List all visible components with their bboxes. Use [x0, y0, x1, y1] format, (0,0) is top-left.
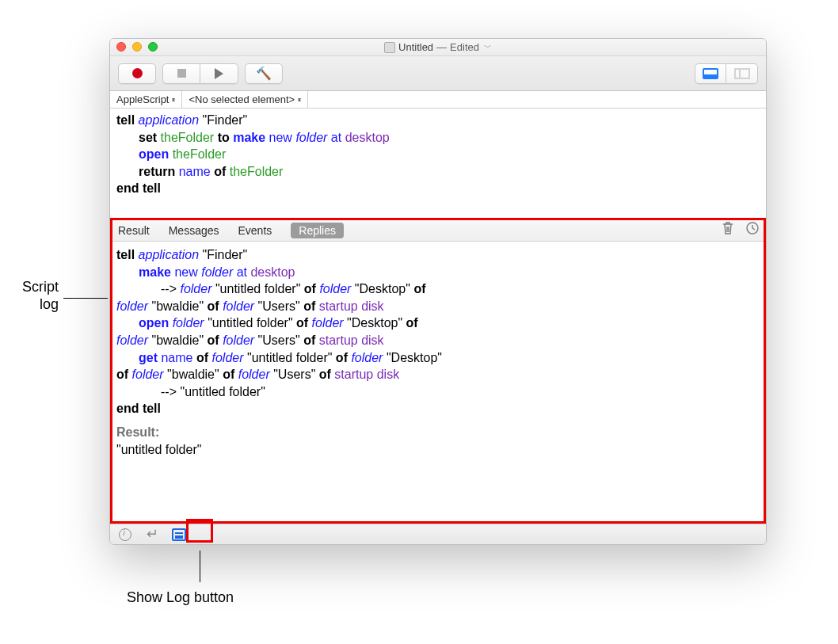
record-icon — [132, 68, 143, 78]
result-label: Result: — [116, 425, 159, 439]
compile-button[interactable]: 🔨 — [245, 63, 283, 84]
window-title-name: Untitled — [398, 41, 433, 53]
clock-icon — [745, 221, 760, 235]
show-side-panel-button[interactable] — [726, 63, 758, 84]
status-bar: ↵ — [110, 524, 766, 544]
show-log-button[interactable] — [172, 528, 186, 542]
show-accessory-view-button[interactable]: ↵ — [145, 528, 159, 542]
callout-show-log: Show Log button — [127, 589, 234, 607]
tab-result[interactable]: Result — [118, 224, 150, 237]
log-lines-icon — [172, 528, 186, 541]
tab-events[interactable]: Events — [238, 224, 272, 237]
callout-line — [200, 551, 200, 582]
minimize-window-button[interactable] — [132, 42, 142, 51]
tab-replies[interactable]: Replies — [291, 223, 344, 238]
tab-messages[interactable]: Messages — [169, 224, 219, 237]
zoom-window-button[interactable] — [148, 42, 158, 51]
document-proxy-icon — [384, 42, 395, 53]
content-view-icon — [703, 68, 718, 79]
result-value: "untitled folder" — [116, 443, 201, 456]
log-history-button[interactable] — [745, 221, 760, 238]
navigation-bar: AppleScript ▴▾ <No selected element> ▴▾ — [110, 91, 766, 109]
log-output[interactable]: tell application "Finder" make new folde… — [110, 242, 766, 524]
show-bundle-contents-button[interactable] — [695, 63, 726, 84]
window-title[interactable]: Untitled — Edited ﹀ — [384, 41, 492, 53]
toolbar: 🔨 — [110, 56, 766, 91]
stop-button[interactable] — [162, 63, 200, 84]
window-controls — [116, 42, 158, 51]
run-button[interactable] — [200, 63, 238, 84]
show-description-button[interactable] — [118, 528, 132, 542]
element-popup-label: <No selected element> — [189, 93, 295, 105]
log-tab-bar: Result Messages Events Replies — [110, 219, 766, 242]
script-editor-window: Untitled — Edited ﹀ 🔨 AppleScript ▴▾ <No… — [109, 38, 767, 545]
callout-script-log: Script log — [10, 279, 59, 313]
clear-log-button[interactable] — [722, 221, 734, 238]
chevron-down-icon: ﹀ — [482, 42, 492, 53]
callout-line — [63, 298, 108, 299]
window-title-separator: — — [436, 41, 447, 53]
stop-icon — [177, 69, 186, 78]
close-window-button[interactable] — [116, 42, 126, 51]
run-controls-group — [162, 63, 238, 84]
info-icon — [119, 528, 131, 541]
play-icon — [215, 68, 223, 79]
side-panel-icon — [734, 68, 750, 79]
return-arrow-icon: ↵ — [147, 525, 158, 543]
script-editor-area[interactable]: tell application "Finder" set theFolder … — [110, 109, 766, 219]
record-button[interactable] — [118, 63, 156, 84]
element-popup[interactable]: <No selected element> ▴▾ — [182, 91, 308, 108]
trash-icon — [722, 221, 734, 235]
hammer-icon: 🔨 — [256, 66, 272, 81]
view-mode-group — [695, 63, 758, 84]
log-panel: Result Messages Events Replies tell appl… — [110, 219, 766, 524]
language-popup[interactable]: AppleScript ▴▾ — [110, 91, 182, 108]
window-title-state: Edited — [450, 41, 479, 53]
titlebar: Untitled — Edited ﹀ — [110, 39, 766, 56]
language-popup-label: AppleScript — [116, 93, 169, 105]
